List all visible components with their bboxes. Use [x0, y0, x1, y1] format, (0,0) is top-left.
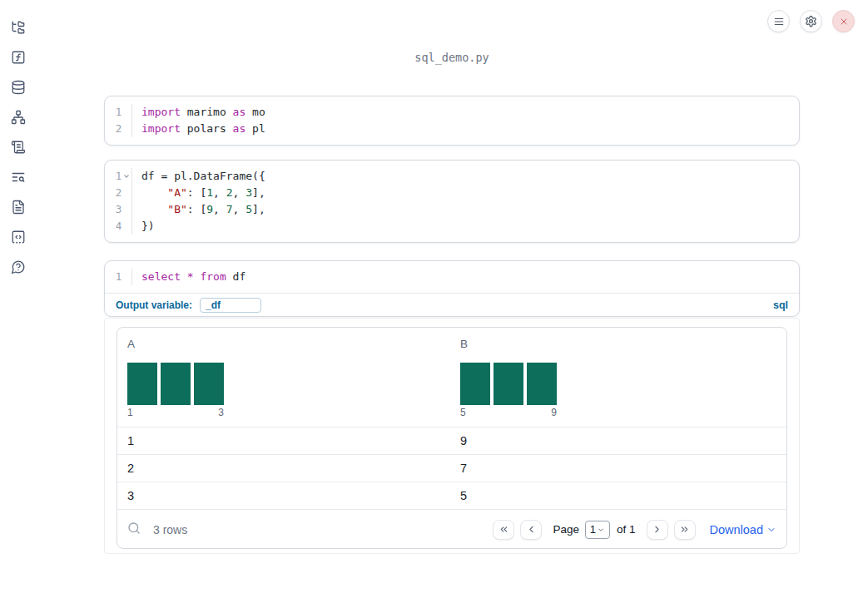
table-header-row: A13B59	[117, 328, 786, 427]
column-label: B	[460, 338, 783, 350]
chevron-down-icon	[597, 526, 605, 534]
column-header[interactable]: A13	[117, 328, 450, 427]
table-cell: 2	[117, 462, 450, 475]
sidebar-item-datasources[interactable]	[11, 80, 26, 95]
page-select-value: 1	[590, 523, 596, 536]
line-number-gutter: 4	[105, 218, 132, 235]
helper-sidebar	[0, 0, 37, 593]
table-row[interactable]: 19	[117, 427, 786, 455]
table-footer: 3 rows Page 1 of 1 Download	[117, 510, 786, 549]
file-text-icon	[11, 200, 26, 215]
code-square-icon	[11, 230, 26, 245]
help-bubble-icon	[11, 259, 26, 274]
histogram-bar	[161, 363, 191, 405]
database-icon	[11, 80, 26, 95]
folder-tree-icon	[11, 20, 26, 35]
table-cell: 7	[450, 462, 783, 475]
histogram-bar	[127, 363, 157, 405]
download-label: Download	[710, 523, 764, 536]
code-line: 3 "B": [9, 7, 5],	[105, 201, 799, 218]
line-number-gutter: 1	[105, 269, 132, 285]
table-cell: 1	[117, 434, 450, 447]
fold-chevron-icon[interactable]	[122, 168, 131, 185]
chevron-down-icon	[766, 525, 776, 535]
sidebar-item-variables[interactable]	[11, 50, 26, 65]
chevron-left-icon	[526, 524, 537, 535]
code-line: 2import polars as pl	[105, 121, 799, 137]
line-number-gutter: 1	[105, 104, 132, 121]
histogram-bar	[494, 363, 523, 405]
chevrons-right-icon	[679, 524, 690, 535]
download-button[interactable]: Download	[710, 523, 777, 536]
code-editor[interactable]: 1select * from df	[105, 261, 799, 293]
settings-button[interactable]	[800, 10, 822, 32]
histogram-bar	[460, 363, 490, 405]
output-variable-input[interactable]	[200, 298, 261, 313]
notebook-controls	[767, 10, 855, 32]
close-icon	[839, 17, 849, 27]
code-line: 1import marimo as mo	[105, 104, 799, 121]
line-number-gutter: 3	[105, 201, 132, 218]
chevrons-left-icon	[498, 524, 509, 535]
cell-output: A13B59 192735 3 rows Page 1 of 1	[104, 318, 800, 554]
code-line: 4})	[105, 218, 799, 235]
cell-sql: 1select * from df Output variable: sql	[104, 260, 800, 317]
network-icon	[11, 110, 26, 125]
column-histogram	[127, 363, 450, 405]
code-line: 1select * from df	[105, 269, 799, 285]
code-editor[interactable]: 1df = pl.DataFrame({2 "A": [1, 2, 3],3 "…	[105, 161, 799, 242]
code-editor[interactable]: 1import marimo as mo2import polars as pl	[105, 96, 799, 145]
settings-gear-icon	[805, 15, 817, 27]
prev-page-button[interactable]	[520, 520, 542, 540]
cell-dataframe: 1df = pl.DataFrame({2 "A": [1, 2, 3],3 "…	[104, 160, 800, 243]
last-page-button[interactable]	[674, 520, 696, 540]
dataframe-table: A13B59 192735 3 rows Page 1 of 1	[117, 327, 787, 549]
search-icon[interactable]	[127, 521, 141, 538]
line-number-gutter: 2	[105, 121, 132, 137]
column-header[interactable]: B59	[450, 328, 783, 427]
sidebar-item-outline-search[interactable]	[11, 170, 26, 185]
sidebar-item-documentation[interactable]	[11, 200, 26, 215]
row-count: 3 rows	[153, 523, 187, 536]
code-line: 1df = pl.DataFrame({	[105, 168, 799, 185]
table-row[interactable]: 35	[117, 482, 786, 510]
shutdown-button[interactable]	[832, 10, 855, 32]
language-badge: sql	[773, 299, 788, 311]
histogram-bar	[527, 363, 557, 405]
histogram-bar	[194, 363, 224, 405]
next-page-button[interactable]	[647, 520, 668, 540]
output-variable-label: Output variable:	[116, 299, 192, 311]
notebook-title: sql_demo.py	[104, 51, 800, 64]
menu-icon	[773, 16, 785, 27]
page-label: Page	[553, 523, 579, 536]
page-of-label: of 1	[617, 523, 636, 536]
table-cell: 3	[117, 489, 450, 502]
scroll-text-icon	[11, 140, 26, 155]
histogram-range-labels: 13	[127, 407, 224, 418]
table-cell: 5	[450, 489, 783, 502]
line-number-gutter: 2	[105, 185, 132, 201]
line-number-gutter: 1	[105, 168, 132, 185]
chevron-right-icon	[652, 524, 662, 535]
first-page-button[interactable]	[493, 520, 514, 540]
sidebar-item-files[interactable]	[11, 20, 26, 35]
table-body: 192735	[117, 427, 786, 510]
function-square-icon	[11, 50, 26, 65]
table-cell: 9	[450, 434, 783, 447]
code-line: 2 "A": [1, 2, 3],	[105, 185, 799, 201]
histogram-range-labels: 59	[460, 407, 557, 418]
page-select[interactable]: 1	[585, 521, 610, 539]
cell-imports: 1import marimo as mo2import polars as pl	[104, 96, 800, 146]
sidebar-item-logs[interactable]	[11, 140, 26, 155]
column-histogram	[460, 363, 783, 405]
menu-button[interactable]	[767, 10, 790, 32]
column-label: A	[127, 338, 450, 350]
table-row[interactable]: 27	[117, 455, 786, 482]
sidebar-item-help[interactable]	[11, 259, 26, 274]
sidebar-item-snippets[interactable]	[11, 230, 26, 245]
sidebar-item-dependencies[interactable]	[11, 110, 26, 125]
text-search-icon	[11, 170, 26, 185]
sql-cell-footer: Output variable: sql	[105, 293, 799, 316]
